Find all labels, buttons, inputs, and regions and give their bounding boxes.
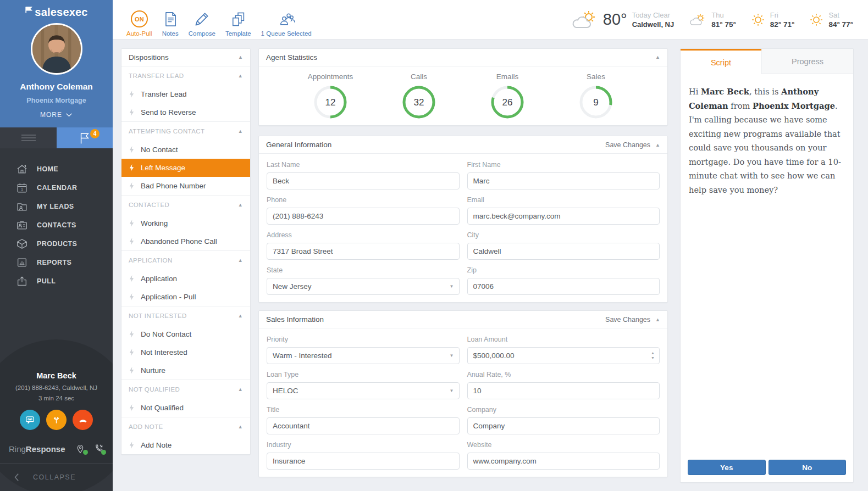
city-input[interactable]	[467, 243, 660, 260]
stat-value: 26	[502, 97, 513, 108]
no-button[interactable]: No	[769, 460, 847, 475]
dispo-item-not-qualified[interactable]: Not Qualified	[121, 399, 250, 417]
dispo-section-contacted: CONTACTED▲ Working Abandoned Phone Call	[121, 196, 250, 251]
script-part: Hi	[689, 87, 701, 96]
dispo-item-left-message[interactable]: Left Message	[121, 159, 250, 177]
dispo-item-label: Left Message	[141, 164, 185, 172]
dispo-item-bad-phone-number[interactable]: Bad Phone Number	[121, 177, 250, 195]
number-stepper-icon[interactable]: ▲▼	[651, 350, 655, 360]
yes-button[interactable]: Yes	[688, 460, 766, 475]
dispo-item-do-not-contact[interactable]: Do Not Contact	[121, 325, 250, 343]
address-input[interactable]	[267, 243, 460, 260]
dispo-item-add-note[interactable]: Add Note	[121, 436, 250, 454]
auto-pull-toggle[interactable]: ON Auto-Pull	[121, 3, 157, 37]
sun-icon	[751, 13, 765, 27]
dispo-section-label: NOT INTERESTED	[129, 313, 187, 319]
tool-label: Notes	[162, 30, 179, 37]
voicemail-button[interactable]	[20, 410, 40, 430]
last-name-input[interactable]	[267, 172, 460, 189]
general-info-title: General Information	[266, 141, 331, 149]
dispo-section-header[interactable]: APPLICATION▲	[121, 251, 250, 270]
incoming-call-button[interactable]	[94, 443, 104, 454]
transfer-button[interactable]	[46, 410, 67, 430]
sun-cloud-icon	[571, 10, 598, 30]
title-input[interactable]	[267, 417, 460, 434]
company-input[interactable]	[467, 417, 660, 434]
topbar: ON Auto-Pull Notes Compose Template 1 Qu…	[113, 0, 868, 40]
tab-progress[interactable]: Progress	[761, 49, 853, 74]
dispo-item-send-to-reverse[interactable]: Send to Reverse	[121, 103, 250, 121]
bolt-icon	[129, 237, 135, 245]
my-leads-icon	[16, 200, 28, 213]
notes-button[interactable]: Notes	[157, 3, 184, 37]
sidebar-item-pull[interactable]: PULL	[0, 272, 113, 291]
dispo-item-not-interested[interactable]: Not Interested	[121, 343, 250, 361]
dispo-section-header[interactable]: ATTEMPTING CONTACT▲	[121, 122, 250, 141]
more-button[interactable]: MORE	[0, 111, 113, 119]
first-name-input[interactable]	[467, 172, 660, 189]
compose-button[interactable]: Compose	[184, 3, 220, 37]
stat-ring: 26	[490, 85, 524, 119]
sidebar-item-my-leads[interactable]: MY LEADS	[0, 197, 113, 216]
sidebar-item-home[interactable]: HOME	[0, 160, 113, 178]
dispo-section-application: APPLICATION▲ Application Application - P…	[121, 251, 250, 306]
hangup-icon	[78, 415, 89, 426]
queue-selected-button[interactable]: 1 Queue Selected	[256, 3, 317, 37]
dispo-item-application[interactable]: Application	[121, 270, 250, 288]
priority-field: Priority ▼	[267, 336, 460, 364]
website-input[interactable]	[467, 453, 660, 470]
email-input[interactable]	[467, 208, 660, 225]
priority-select[interactable]	[267, 347, 460, 364]
forecast-temps: 84° 77°	[828, 20, 853, 29]
loan-type-select[interactable]	[267, 382, 460, 399]
tool-label: Template	[225, 30, 251, 37]
general-info-header: General Information Save Changes▲	[259, 136, 667, 154]
sidebar-item-calendar[interactable]: 1 CALENDAR	[0, 178, 113, 197]
general-info-panel: General Information Save Changes▲ Last N…	[258, 136, 668, 303]
loan-amount-input[interactable]	[467, 347, 660, 364]
collapse-button[interactable]: COLLAPSE	[0, 463, 113, 491]
address-field: Address	[267, 231, 460, 260]
dispo-item-no-contact[interactable]: No Contact	[121, 141, 250, 159]
annual-rate-input[interactable]	[467, 382, 660, 399]
annual-rate-field: Anual Rate, %	[467, 371, 660, 399]
dispo-section-header[interactable]: NOT QUALIFIED▲	[121, 380, 250, 399]
menu-button[interactable]	[0, 127, 57, 148]
dispo-section-header[interactable]: CONTACTED▲	[121, 196, 250, 214]
dispositions-panel: Dispositions ▲ TRANSFER LEAD▲ Transfer L…	[121, 48, 251, 455]
dispo-item-transfer-lead[interactable]: Transfer Lead	[121, 85, 250, 103]
collapse-caret-icon[interactable]: ▲	[655, 55, 660, 60]
tab-script[interactable]: Script	[681, 49, 761, 74]
dispo-item-working[interactable]: Working	[121, 214, 250, 232]
zip-input[interactable]	[467, 278, 660, 295]
bolt-icon	[129, 404, 135, 412]
user-avatar[interactable]	[31, 23, 82, 75]
sidebar-item-products[interactable]: PRODUCTS	[0, 235, 113, 253]
app-logo[interactable]: salesexec	[0, 0, 113, 19]
dispo-item-application-pull[interactable]: Application - Pull	[121, 288, 250, 306]
dispo-item-abandoned-phone-call[interactable]: Abandoned Phone Call	[121, 232, 250, 250]
save-changes-button[interactable]: Save Changes▲	[605, 141, 660, 149]
bolt-icon	[129, 348, 135, 356]
hangup-button[interactable]	[73, 410, 93, 430]
phone-input[interactable]	[267, 208, 460, 225]
state-select[interactable]	[267, 278, 460, 295]
dispo-item-nurture[interactable]: Nurture	[121, 361, 250, 380]
save-changes-button[interactable]: Save Changes▲	[605, 316, 660, 323]
dispo-section-header[interactable]: ADD NOTE▲	[121, 417, 250, 436]
location-status-button[interactable]	[76, 443, 86, 454]
industry-input[interactable]	[267, 453, 460, 470]
bolt-icon	[129, 90, 135, 98]
compose-icon	[193, 11, 210, 27]
sidebar-item-label: PRODUCTS	[37, 240, 77, 248]
bolt-icon	[129, 441, 135, 449]
weather-widget: 80° Today Clear Caldwell, NJ Thu 81° 75°…	[571, 10, 868, 30]
dispo-section-header[interactable]: NOT INTERESTED▲	[121, 306, 250, 325]
template-button[interactable]: Template	[220, 3, 256, 37]
dispo-section-header[interactable]: TRANSFER LEAD▲	[121, 66, 250, 85]
collapse-caret-icon[interactable]: ▲	[238, 55, 243, 60]
lead-flag-tab[interactable]: 4	[57, 127, 113, 148]
sidebar-item-contacts[interactable]: CONTACTS	[0, 216, 113, 235]
first-name-field: First Name	[467, 161, 660, 189]
sidebar-item-reports[interactable]: REPORTS	[0, 253, 113, 272]
